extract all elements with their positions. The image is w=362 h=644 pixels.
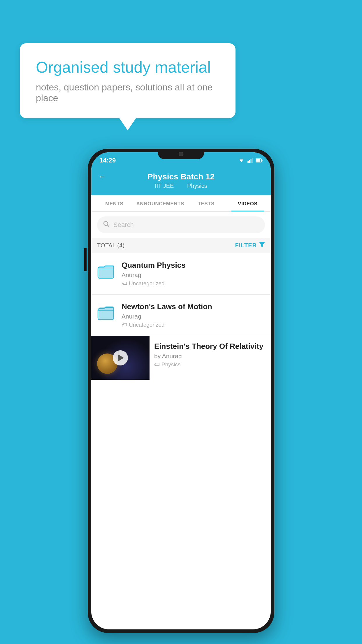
folder-icon-1	[97, 262, 116, 281]
header-subtitle-iitjee: IIT JEE	[155, 183, 174, 189]
tabs-bar: MENTS ANNOUNCEMENTS TESTS VIDEOS	[91, 195, 271, 212]
search-icon	[103, 220, 110, 229]
svg-rect-7	[262, 160, 263, 161]
item-author-3: by Anurag	[154, 353, 266, 360]
list-item[interactable]: Newton's Laws of Motion Anurag 🏷 Uncateg…	[91, 295, 271, 336]
camera	[179, 152, 183, 156]
battery-icon	[256, 158, 263, 162]
tab-tests[interactable]: TESTS	[185, 195, 227, 211]
filter-label: FILTER	[235, 242, 257, 249]
phone-screen: 14:29	[91, 152, 271, 629]
header-subtitle: IIT JEE Physics	[152, 183, 210, 189]
svg-marker-11	[259, 242, 265, 247]
tag-icon-2: 🏷	[122, 322, 127, 328]
header-subtitle-physics: Physics	[187, 183, 207, 189]
item-title-3: Einstein's Theory Of Relativity	[154, 342, 266, 351]
header-title: Physics Batch 12	[147, 172, 215, 181]
tag-icon-3: 🏷	[154, 361, 160, 368]
filter-bar: TOTAL (4) FILTER	[91, 238, 271, 253]
search-box[interactable]: Search	[97, 216, 265, 233]
speech-bubble-title: Organised study material	[36, 58, 219, 77]
video-thumbnail	[91, 336, 150, 380]
phone-outer: 14:29	[88, 149, 274, 633]
svg-rect-8	[256, 159, 260, 162]
back-button[interactable]: ←	[98, 172, 106, 181]
list-item[interactable]: Quantum Physics Anurag 🏷 Uncategorized	[91, 253, 271, 295]
item-tag-1: 🏷 Uncategorized	[122, 280, 265, 287]
tab-ments[interactable]: MENTS	[94, 195, 135, 211]
app-header: ← Physics Batch 12 IIT JEE Physics	[91, 167, 271, 195]
tab-announcements[interactable]: ANNOUNCEMENTS	[135, 195, 185, 211]
svg-point-9	[104, 221, 108, 225]
item-title-1: Quantum Physics	[122, 261, 265, 270]
play-icon	[118, 354, 124, 361]
speech-bubble-subtitle: notes, question papers, solutions all at…	[36, 82, 219, 104]
wifi-icon	[238, 158, 245, 163]
item-content-2: Newton's Laws of Motion Anurag 🏷 Uncateg…	[122, 302, 265, 328]
item-tag-3: 🏷 Physics	[154, 361, 266, 368]
folder-icon-2	[97, 303, 116, 322]
tag-label-1: Uncategorized	[129, 280, 165, 287]
phone-mockup: 14:29	[88, 149, 274, 633]
header-row: ← Physics Batch 12	[98, 172, 264, 181]
svg-rect-4	[250, 159, 252, 163]
filter-icon	[259, 242, 265, 249]
item-content-1: Quantum Physics Anurag 🏷 Uncategorized	[122, 261, 265, 287]
signal-icon	[247, 158, 253, 163]
search-container: Search	[91, 212, 271, 238]
item-author-2: Anurag	[122, 313, 265, 320]
svg-rect-2	[247, 161, 249, 163]
svg-rect-3	[249, 160, 250, 163]
speech-bubble: Organised study material notes, question…	[20, 43, 236, 118]
tag-label-3: Physics	[161, 361, 180, 368]
svg-rect-5	[252, 158, 253, 163]
item-tag-2: 🏷 Uncategorized	[122, 322, 265, 328]
item-title-2: Newton's Laws of Motion	[122, 302, 265, 311]
search-placeholder: Search	[113, 221, 134, 229]
list-item-thumb[interactable]: Einstein's Theory Of Relativity by Anura…	[91, 336, 271, 380]
svg-line-10	[108, 225, 109, 227]
total-count: TOTAL (4)	[97, 242, 125, 249]
tab-videos[interactable]: VIDEOS	[227, 195, 268, 211]
notch	[158, 149, 204, 159]
item-content-3: Einstein's Theory Of Relativity by Anura…	[150, 336, 271, 374]
tag-icon-1: 🏷	[122, 280, 127, 287]
filter-button[interactable]: FILTER	[235, 242, 265, 249]
status-time: 14:29	[99, 157, 116, 164]
tag-label-2: Uncategorized	[129, 322, 165, 328]
status-icons	[238, 158, 263, 163]
item-author-1: Anurag	[122, 272, 265, 279]
play-button[interactable]	[113, 350, 128, 365]
